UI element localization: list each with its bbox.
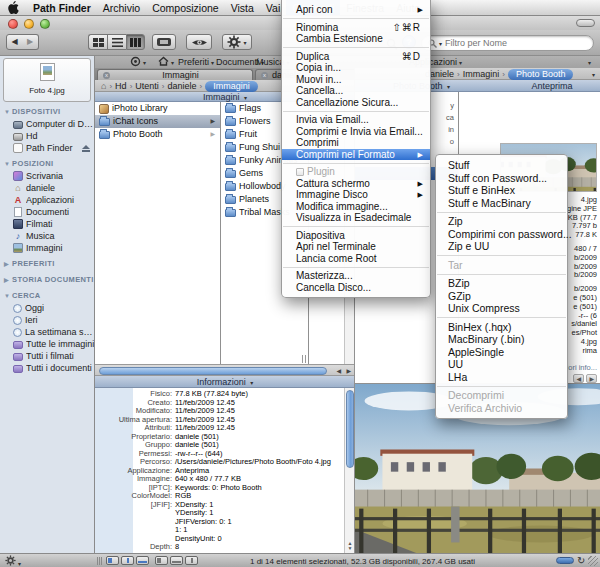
coverflow-button[interactable] <box>152 34 176 50</box>
list-item[interactable]: iChat Icons▶ <box>95 115 220 128</box>
toggle-drawer-button[interactable] <box>155 556 168 565</box>
sidebar-item-applicazioni[interactable]: Applicazioni <box>0 194 95 206</box>
menu-item-applesingle[interactable]: AppleSingle <box>436 346 567 359</box>
horizontal-scroll-thumb[interactable] <box>99 367 327 375</box>
info-panel-header[interactable]: Informazioni ▾ <box>95 376 355 388</box>
menu-item-immagine-disco[interactable]: Immagine Disco▶ <box>282 189 430 201</box>
sidebar-item-tutti-i-documenti[interactable]: Tutti i documenti <box>0 362 95 374</box>
breadcrumb-item[interactable]: Hd <box>115 81 127 92</box>
disclosure-triangle-icon[interactable]: ▶ <box>4 258 12 270</box>
menu-item-masterizza[interactable]: Masterizza... <box>282 270 430 282</box>
breadcrumb-selected[interactable]: Photo Booth <box>508 69 574 80</box>
menu-item-stuff[interactable]: Stuff <box>436 159 567 172</box>
sidebar-item-filmati[interactable]: Filmati <box>0 218 95 230</box>
menu-item-stuff-con-password[interactable]: Stuff con Password... <box>436 172 567 185</box>
back-button[interactable]: ◀ <box>6 34 23 50</box>
menu-item-muovi-in[interactable]: Muovi in... <box>282 74 430 86</box>
disclosure-triangle-icon[interactable]: ▼ <box>4 158 12 170</box>
sidebar-item-tutte-le-immagini[interactable]: Tutte le immagini <box>0 338 95 350</box>
list-item[interactable]: iPhoto Library <box>95 102 220 115</box>
breadcrumb-item[interactable]: Utenti <box>135 81 159 92</box>
sidebar-item-hd[interactable]: Hd <box>0 130 95 142</box>
menu-item-lancia-come-root[interactable]: Lancia come Root <box>282 253 430 265</box>
search-input[interactable] <box>445 38 587 48</box>
pager-prev-button[interactable]: ◀ <box>573 374 584 383</box>
menu-item-copia-in[interactable]: Copia in... <box>282 62 430 74</box>
action-gear-button[interactable]: ▾ <box>222 34 252 50</box>
sidebar-item-oggi[interactable]: Oggi <box>0 302 95 314</box>
sidebar-item-tutti-i-filmati[interactable]: Tutti i filmati <box>0 350 95 362</box>
sidebar-section-header[interactable]: ▼DISPOSITIVI <box>0 106 95 118</box>
menu-item-gzip[interactable]: GZip <box>436 290 567 303</box>
sidebar-item-documenti[interactable]: Documenti <box>0 206 95 218</box>
sidebar-section-header[interactable]: ▼CERCA <box>0 290 95 302</box>
toggle-bottom-panel-button[interactable] <box>136 556 149 565</box>
menu-item-cattura-schermo[interactable]: Cattura schermo▶ <box>282 178 430 190</box>
menu-item-cancella-disco[interactable]: Cancella Disco... <box>282 282 430 294</box>
statusbar-gear-menu[interactable]: ▾ <box>5 555 21 567</box>
pager-next-button[interactable]: ▶ <box>586 374 597 383</box>
menu-item-zip[interactable]: Zip <box>436 215 567 228</box>
sidebar-item-la-settimana-scorsa[interactable]: La settimana scorsa <box>0 326 95 338</box>
menu-item-bzip[interactable]: BZip <box>436 277 567 290</box>
menu-item-apri-con[interactable]: Apri con▶ <box>282 4 430 16</box>
breadcrumb-selected[interactable]: Immagini <box>205 81 258 92</box>
list-view-button[interactable] <box>107 34 126 50</box>
minimize-window-button[interactable] <box>24 19 34 29</box>
menu-item-zip-e-uu[interactable]: Zip e UU <box>436 240 567 253</box>
menu-item-lha[interactable]: LHa <box>436 371 567 384</box>
disclosure-triangle-icon[interactable]: ▼ <box>4 106 12 118</box>
sidebar-section-header[interactable]: ▼POSIZIONI <box>0 158 95 170</box>
menu-item-modifica-immagine[interactable]: Modifica immagine... <box>282 201 430 213</box>
eject-icon[interactable] <box>82 145 90 149</box>
tab-immagini[interactable]: x Immagini <box>97 69 253 80</box>
menu-item-cancellazione-sicura[interactable]: Cancellazione Sicura... <box>282 97 430 109</box>
menu-item-compirimi-con-password[interactable]: Compirimi con password... <box>436 228 567 241</box>
menu-item-invia-via-email[interactable]: Invia via Email... <box>282 114 430 126</box>
toggle-dual-pane-button[interactable] <box>121 556 134 565</box>
disclosure-triangle-icon[interactable]: ▼ <box>4 290 12 302</box>
menu-item-duplica[interactable]: ⌘DDuplica <box>282 51 430 63</box>
sidebar-section-header[interactable]: ▶STORIA DOCUMENTI <box>0 274 95 286</box>
resize-grip[interactable] <box>588 556 598 566</box>
menu-item-uu[interactable]: UU <box>436 358 567 371</box>
menu-item-stuff-e-binhex[interactable]: Stuff e BinHex <box>436 184 567 197</box>
menu-item-macbinary-bin[interactable]: MacBinary (.bin) <box>436 333 567 346</box>
list-item[interactable]: Photo Booth▶ <box>95 128 220 141</box>
menu-item-stuff-e-macbinary[interactable]: Stuff e MacBinary <box>436 197 567 210</box>
menu-item-apri-nel-terminale[interactable]: Apri nel Terminale <box>282 241 430 253</box>
menu-item-diapositiva[interactable]: Diapositiva <box>282 230 430 242</box>
refresh-icon[interactable]: ↻ <box>577 555 585 566</box>
menu-item-binhex-hqx[interactable]: BinHex (.hqx) <box>436 321 567 334</box>
menubar-item-vista[interactable]: Vista <box>225 0 260 15</box>
toolbar-toggle-capsule-button[interactable] <box>576 19 595 27</box>
sidebar-section-header[interactable]: ▶PREFERITI <box>0 258 95 270</box>
menu-item-unix-compress[interactable]: Unix Compress <box>436 302 567 315</box>
toggle-shelf-button[interactable] <box>170 556 183 565</box>
sidebar-item-immagini[interactable]: Immagini <box>0 242 95 254</box>
menubar-item-archivio[interactable]: Archivio <box>97 0 146 15</box>
menu-item-comprimi[interactable]: Comprimi <box>282 137 430 149</box>
sidebar-item-path-finder[interactable]: Path Finder <box>0 142 95 154</box>
menu-item-cancella[interactable]: Cancella... <box>282 85 430 97</box>
breadcrumb-item[interactable]: daniele <box>167 81 196 92</box>
close-window-button[interactable] <box>8 19 18 29</box>
apple-menu[interactable] <box>0 0 27 15</box>
menu-item-cambia-estensione[interactable]: Cambia Estensione <box>282 33 430 45</box>
home-menu[interactable]: ▾ <box>158 56 174 68</box>
toggle-preview-button[interactable] <box>185 556 198 565</box>
statusbar-drag-handle[interactable] <box>97 557 102 565</box>
sidebar-item-daniele[interactable]: daniele <box>0 182 95 194</box>
menubar-item-path-finder[interactable]: Path Finder <box>27 0 97 15</box>
tab-close-icon[interactable]: x <box>261 72 268 79</box>
menus-overflow-caret[interactable]: ▾ <box>586 56 591 68</box>
zoom-window-button[interactable] <box>40 19 50 29</box>
menubar-item-composizione[interactable]: Composizione <box>146 0 225 15</box>
menu-item-rinomina[interactable]: ⇧⌘RRinomina <box>282 22 430 34</box>
search-field[interactable]: ▾ <box>421 35 594 51</box>
scroll-left-arrow-icon[interactable]: ◀ <box>336 367 341 374</box>
breadcrumb-item[interactable]: Immagini <box>463 69 500 80</box>
menu-item-comprimi-e-invia-via-email[interactable]: Comprimi e Invia via Email... <box>282 126 430 138</box>
sidebar-item-computer-di-dani-[interactable]: Computer di Dani... <box>0 118 95 130</box>
disclosure-triangle-icon[interactable]: ▶ <box>4 274 12 286</box>
